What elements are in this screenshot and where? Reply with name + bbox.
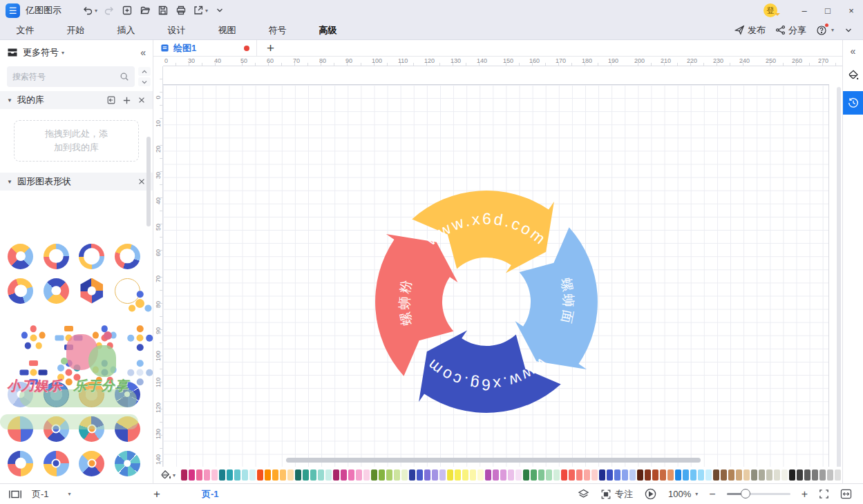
color-swatch[interactable]: [584, 469, 590, 481]
menu-home[interactable]: 开始: [50, 21, 101, 39]
color-swatch[interactable]: [652, 469, 658, 481]
color-swatch[interactable]: [371, 469, 377, 481]
color-swatch[interactable]: [249, 469, 256, 481]
symbol-wheel[interactable]: [115, 382, 140, 407]
color-swatch[interactable]: [561, 469, 567, 481]
color-swatch[interactable]: [531, 469, 537, 481]
color-swatch[interactable]: [303, 469, 309, 481]
color-swatch[interactable]: [257, 469, 263, 481]
publish-button[interactable]: 发布: [734, 24, 766, 37]
color-swatch[interactable]: [804, 469, 810, 481]
close-section-icon[interactable]: [137, 177, 146, 186]
symbol-radial[interactable]: [44, 382, 69, 407]
page-selector[interactable]: 页-1 ▾: [32, 488, 135, 501]
color-swatch[interactable]: [835, 469, 841, 481]
login-avatar[interactable]: 登: [764, 3, 777, 17]
color-swatch[interactable]: [417, 469, 423, 481]
color-swatch[interactable]: [455, 469, 461, 481]
color-swatch[interactable]: [310, 469, 316, 481]
fit-to-window-button[interactable]: [840, 489, 852, 499]
color-swatch[interactable]: [348, 469, 354, 481]
color-swatch[interactable]: [401, 469, 408, 481]
symbol-nodes[interactable]: [115, 313, 140, 338]
color-swatch[interactable]: [219, 469, 225, 481]
symbol-donut[interactable]: [8, 451, 33, 476]
zoom-level-dropdown[interactable]: 100% ▾: [668, 489, 698, 499]
color-swatch[interactable]: [819, 469, 826, 481]
color-swatch[interactable]: [424, 469, 430, 481]
menu-file[interactable]: 文件: [0, 21, 50, 39]
color-swatch[interactable]: [576, 469, 582, 481]
color-swatch[interactable]: [333, 469, 339, 481]
focus-mode-button[interactable]: 专注: [600, 488, 633, 501]
layers-button[interactable]: [578, 488, 589, 500]
color-swatch[interactable]: [287, 469, 294, 481]
vertical-scrollbar-thumb[interactable]: [837, 87, 841, 467]
symbol-pie[interactable]: [44, 451, 69, 476]
add-tab-button[interactable]: +: [267, 41, 274, 56]
color-swatch[interactable]: [477, 469, 484, 481]
import-library-icon[interactable]: [106, 95, 116, 105]
save-button[interactable]: [154, 2, 172, 19]
format-fill-button[interactable]: [843, 69, 863, 81]
color-swatch[interactable]: [743, 469, 750, 481]
color-swatch[interactable]: [812, 469, 818, 481]
library-dropzone[interactable]: 拖拽到此处，添 加到我的库: [14, 120, 139, 162]
color-swatch[interactable]: [227, 469, 233, 481]
symbol-radial[interactable]: [79, 382, 104, 407]
color-swatch[interactable]: [234, 469, 240, 481]
color-swatch[interactable]: [523, 469, 529, 481]
color-swatch[interactable]: [607, 469, 613, 481]
presentation-play-button[interactable]: [644, 487, 657, 501]
symbol-donut[interactable]: [115, 244, 140, 269]
color-swatch[interactable]: [546, 469, 552, 481]
menu-view[interactable]: 视图: [202, 21, 252, 39]
symbol-pie[interactable]: [115, 416, 140, 442]
add-page-button[interactable]: +: [153, 487, 160, 501]
color-swatch[interactable]: [409, 469, 415, 481]
symbol-nodes[interactable]: [44, 347, 69, 373]
color-swatch[interactable]: [325, 469, 332, 481]
symbol-orbit[interactable]: [115, 278, 140, 304]
fullscreen-button[interactable]: [819, 489, 829, 499]
open-file-button[interactable]: [136, 2, 154, 19]
symbol-flow[interactable]: [44, 313, 69, 338]
color-swatch[interactable]: [675, 469, 681, 481]
color-swatch[interactable]: [447, 469, 453, 481]
window-minimize-button[interactable]: –: [793, 0, 816, 21]
color-swatch[interactable]: [637, 469, 643, 481]
color-swatch[interactable]: [356, 469, 362, 481]
symbol-pie[interactable]: [79, 416, 104, 442]
ribbon-collapse-button[interactable]: [844, 26, 853, 35]
color-swatch[interactable]: [439, 469, 446, 481]
panel-collapse-button[interactable]: «: [140, 47, 146, 58]
menu-symbols[interactable]: 符号: [252, 21, 303, 39]
toolbar-more-button[interactable]: [211, 2, 229, 19]
color-swatch[interactable]: [204, 469, 210, 481]
color-swatch[interactable]: [265, 469, 271, 481]
symbol-wheel[interactable]: [115, 451, 140, 476]
symbol-search-input[interactable]: [12, 72, 120, 81]
export-button[interactable]: ▾: [190, 2, 211, 19]
color-swatch[interactable]: [789, 469, 795, 481]
symbol-nodes[interactable]: [79, 347, 104, 373]
color-swatch[interactable]: [363, 469, 370, 481]
color-swatch[interactable]: [462, 469, 468, 481]
page-overview-icon[interactable]: [8, 489, 22, 500]
help-button[interactable]: ▾: [816, 25, 834, 36]
section-collapse-triangle-icon[interactable]: ▼: [7, 179, 12, 185]
color-swatch[interactable]: [280, 469, 286, 481]
symbol-donut[interactable]: [79, 244, 104, 269]
window-maximize-button[interactable]: □: [816, 0, 840, 21]
symbol-nodes[interactable]: [79, 313, 104, 338]
fill-color-button[interactable]: ▾: [160, 469, 176, 481]
symbol-donut[interactable]: [8, 244, 33, 269]
color-swatch[interactable]: [189, 469, 195, 481]
panel-scrollbar-thumb[interactable]: [146, 137, 151, 226]
print-button[interactable]: [172, 2, 190, 19]
color-swatch[interactable]: [341, 469, 347, 481]
document-tab[interactable]: 绘图1: [153, 40, 257, 56]
color-swatch[interactable]: [386, 469, 392, 481]
color-swatch[interactable]: [728, 469, 734, 481]
new-file-button[interactable]: [118, 2, 136, 19]
